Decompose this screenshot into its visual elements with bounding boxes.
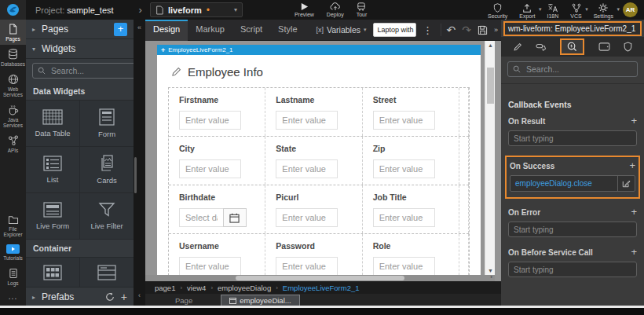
user-avatar[interactable]: AR bbox=[623, 2, 638, 17]
on-before-service-call-input[interactable] bbox=[509, 266, 636, 274]
job-title-input[interactable] bbox=[373, 208, 435, 227]
widget-live-filter[interactable]: Live Filter bbox=[80, 193, 134, 239]
variables-button[interactable]: [x] Variables ▾ bbox=[317, 25, 367, 35]
sidebar-item-pages[interactable]: Pages bbox=[0, 20, 26, 45]
add-prefab-button[interactable]: + bbox=[121, 292, 127, 302]
search-icon bbox=[38, 67, 46, 75]
scroll-down-icon[interactable]: ▼ bbox=[485, 268, 496, 273]
role-input[interactable] bbox=[373, 257, 435, 276]
sidebar-item-apis[interactable]: APIs bbox=[0, 131, 26, 156]
zip-input[interactable] bbox=[373, 159, 435, 178]
widget-grid-layout[interactable] bbox=[26, 258, 79, 287]
vertical-scroll-thumb[interactable] bbox=[487, 68, 494, 104]
sidebar-item-databases[interactable]: Databases bbox=[0, 45, 26, 70]
i18n-button[interactable]: I18N bbox=[547, 3, 559, 19]
widget-search-input[interactable] bbox=[49, 65, 134, 76]
form-row-1: Firstname Lastname Street bbox=[169, 88, 469, 137]
lastname-input[interactable] bbox=[276, 111, 338, 130]
horizontal-scrollbar[interactable]: › bbox=[145, 275, 495, 281]
widget-cards[interactable]: Cards bbox=[80, 147, 134, 192]
add-on-before-service-call-icon[interactable]: + bbox=[631, 247, 637, 257]
security-button[interactable]: Security bbox=[488, 3, 507, 19]
more-tools-icon[interactable]: » bbox=[491, 26, 501, 34]
tab-security[interactable] bbox=[624, 42, 632, 52]
save-button[interactable] bbox=[474, 25, 491, 35]
more-options-icon[interactable]: ... bbox=[0, 289, 26, 306]
field-job-title: Job Title bbox=[363, 185, 459, 233]
liveform-widget-header[interactable]: + EmployeeLiveForm2_1 bbox=[157, 45, 481, 55]
add-on-error-icon[interactable]: + bbox=[631, 207, 637, 217]
strip-scrollbar[interactable] bbox=[134, 157, 137, 193]
widget-live-form[interactable]: Live Form bbox=[26, 193, 79, 239]
prefabs-section-header[interactable]: ▸ Prefabs + bbox=[26, 288, 134, 306]
widget-panel[interactable] bbox=[80, 258, 134, 287]
vcs-button[interactable]: ▾ VCS bbox=[570, 3, 581, 19]
redo-button[interactable]: ↷ bbox=[459, 24, 474, 35]
properties-search bbox=[501, 57, 644, 84]
state-input[interactable] bbox=[276, 159, 338, 178]
tab-properties[interactable] bbox=[513, 42, 522, 52]
breadcrumb-page1[interactable]: page1 bbox=[155, 284, 175, 292]
form-row-2: City State Zip bbox=[169, 137, 469, 185]
on-result-input[interactable] bbox=[509, 134, 636, 143]
picurl-input[interactable] bbox=[276, 208, 338, 227]
password-input[interactable] bbox=[276, 257, 338, 276]
collapse-left-panel-icon[interactable]: « bbox=[134, 24, 145, 31]
tab-device[interactable] bbox=[598, 42, 610, 51]
widget-data-table[interactable]: Data Table bbox=[26, 101, 79, 146]
top-bar: Project:sample_test › liveform • ▾ Previ… bbox=[0, 0, 644, 20]
breadcrumb-view4[interactable]: view4 bbox=[187, 284, 206, 292]
horizontal-scroll-thumb[interactable] bbox=[236, 276, 404, 280]
settings-button[interactable]: ▾ Settings bbox=[594, 3, 613, 19]
tab-style[interactable]: Style bbox=[270, 20, 305, 41]
vertical-scrollbar[interactable]: ▲ ▼ bbox=[485, 41, 495, 275]
firstname-input[interactable] bbox=[179, 111, 241, 130]
deploy-button[interactable]: Deploy bbox=[327, 2, 344, 17]
collapse-arrow-icon[interactable]: ‹ bbox=[134, 291, 145, 299]
tour-button[interactable]: Tour bbox=[357, 2, 368, 17]
username-input[interactable] bbox=[179, 257, 241, 276]
on-error-input[interactable] bbox=[509, 225, 636, 234]
sidebar-item-tutorials[interactable]: Tutorials bbox=[0, 240, 26, 264]
breadcrumb-employeedialog[interactable]: employeeDialog bbox=[218, 284, 271, 292]
widget-form[interactable]: Form bbox=[80, 101, 134, 146]
export-button[interactable]: ▾ Export bbox=[519, 3, 535, 19]
properties-search-input[interactable] bbox=[525, 64, 632, 75]
calendar-button[interactable] bbox=[223, 208, 247, 227]
on-success-value[interactable]: employeeDialog.close bbox=[510, 179, 617, 188]
tab-page[interactable]: Page bbox=[167, 295, 200, 306]
tab-employee-dialog[interactable]: employeeDial... bbox=[221, 295, 299, 306]
kebab-menu-icon[interactable]: ⋮ bbox=[423, 24, 433, 36]
tab-markup[interactable]: Markup bbox=[188, 20, 232, 41]
edit-on-success-button[interactable] bbox=[617, 176, 635, 191]
add-on-success-icon[interactable]: + bbox=[629, 161, 635, 170]
refresh-icon[interactable] bbox=[105, 292, 115, 302]
device-selector[interactable]: Laptop with MDPI Screen ▾ bbox=[373, 23, 417, 37]
tab-design[interactable]: Design bbox=[145, 20, 188, 41]
app-logo[interactable] bbox=[0, 0, 26, 20]
page-selector-dropdown[interactable]: liveform • ▾ bbox=[150, 2, 243, 17]
add-page-button[interactable]: + bbox=[114, 23, 127, 36]
tab-script[interactable]: Script bbox=[232, 20, 270, 41]
add-on-result-icon[interactable]: + bbox=[631, 116, 637, 126]
widgets-section-header[interactable]: ▾ Widgets bbox=[26, 39, 134, 59]
bus-icon bbox=[357, 2, 366, 11]
form-row-4: Username Password Role bbox=[169, 234, 469, 280]
sidebar-item-file-explorer[interactable]: File Explorer bbox=[0, 211, 26, 240]
bottom-bar bbox=[0, 308, 644, 315]
street-input[interactable] bbox=[373, 111, 435, 130]
birthdate-input[interactable] bbox=[179, 208, 223, 227]
tab-events[interactable] bbox=[560, 38, 584, 55]
scroll-right-icon[interactable]: › bbox=[490, 273, 492, 280]
undo-button[interactable]: ↶ bbox=[444, 24, 459, 35]
preview-button[interactable]: Preview bbox=[295, 2, 314, 17]
sidebar-item-web-services[interactable]: Web Services bbox=[0, 70, 26, 101]
sidebar-item-java-services[interactable]: Java Services bbox=[0, 101, 26, 131]
pages-section-header[interactable]: ▸ Pages + bbox=[26, 20, 134, 39]
sidebar-item-logs[interactable]: Logs bbox=[0, 264, 26, 289]
breadcrumb-employeeliveform[interactable]: EmployeeLiveForm2_1 bbox=[283, 284, 360, 292]
widget-list[interactable]: List bbox=[26, 147, 79, 192]
city-input[interactable] bbox=[179, 159, 241, 178]
tab-styles[interactable] bbox=[536, 42, 547, 52]
scroll-up-icon[interactable]: ▲ bbox=[485, 42, 496, 48]
